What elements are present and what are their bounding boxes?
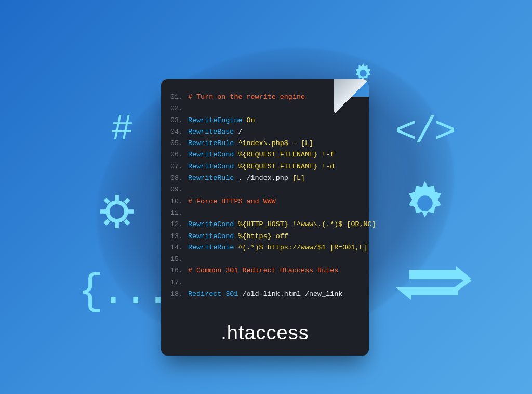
code-line: 15. bbox=[170, 254, 358, 265]
svg-rect-6 bbox=[103, 198, 110, 204]
code-line: 17. bbox=[170, 277, 358, 288]
line-number: 14. bbox=[170, 242, 188, 254]
code-token: %{HTTP_HOST} !^www\.(.*)$ [OR,NC] bbox=[238, 220, 376, 228]
line-number: 01. bbox=[170, 91, 188, 103]
code-line: 08. RewriteRule . /index.php [L] bbox=[170, 173, 358, 184]
code-line: 11. bbox=[170, 207, 358, 219]
code-token: RewriteCond bbox=[188, 220, 238, 228]
code-token: ^(.*)$ https://www/$1 [R=301,L] bbox=[238, 244, 367, 252]
code-line: 09. bbox=[170, 184, 358, 195]
code-token: RewriteRule bbox=[188, 139, 238, 147]
line-number: 13. bbox=[170, 231, 188, 242]
code-line: 07. RewriteCond %{REQUEST_FILENAME} !-d bbox=[170, 161, 358, 173]
code-token: RewriteCond bbox=[188, 151, 238, 159]
line-number: 10. bbox=[170, 196, 188, 207]
svg-rect-5 bbox=[127, 209, 134, 214]
file-title: .htaccess bbox=[161, 322, 369, 344]
code-line: 03. RewriteEngine On bbox=[170, 115, 358, 126]
code-line: 02. bbox=[170, 103, 358, 114]
code-token: ^index\.php$ - [L] bbox=[238, 139, 313, 147]
code-block: 01. # Turn on the rewrite engine02. 03. … bbox=[170, 91, 358, 300]
code-token: RewriteBase bbox=[188, 128, 238, 136]
svg-rect-8 bbox=[103, 219, 110, 226]
svg-rect-12 bbox=[409, 271, 457, 279]
code-token: / bbox=[238, 128, 242, 136]
code-token: On bbox=[247, 116, 255, 124]
code-token: RewriteRule bbox=[188, 174, 238, 182]
code-token: RewriteCond bbox=[188, 232, 238, 240]
code-token: /old-link.html /new_link bbox=[242, 290, 342, 298]
svg-point-10 bbox=[417, 195, 432, 211]
code-token: RewriteEngine bbox=[188, 116, 247, 124]
svg-rect-3 bbox=[115, 222, 119, 228]
double-arrow-icon bbox=[395, 255, 473, 314]
code-line: 18. Redirect 301 /old-link.html /new_lin… bbox=[170, 288, 358, 300]
line-number: 09. bbox=[170, 184, 188, 195]
gear-icon bbox=[100, 195, 134, 230]
svg-rect-9 bbox=[124, 219, 130, 226]
svg-marker-11 bbox=[456, 266, 472, 279]
code-line: 05. RewriteRule ^index\.php$ - [L] bbox=[170, 138, 358, 149]
svg-rect-14 bbox=[410, 287, 458, 295]
line-number: 03. bbox=[170, 115, 188, 126]
line-number: 17. bbox=[170, 277, 188, 288]
code-line: 10. # Force HTTPS and WWW bbox=[170, 196, 358, 207]
line-number: 05. bbox=[170, 138, 188, 149]
code-line: 16. # Common 301 Redirect Htaccess Rules bbox=[170, 265, 358, 277]
svg-point-1 bbox=[108, 202, 126, 221]
line-number: 12. bbox=[170, 219, 188, 230]
code-token: # Common 301 Redirect Htaccess Rules bbox=[188, 267, 338, 274]
code-line: 06. RewriteCond %{REQUEST_FILENAME} !-f bbox=[170, 149, 358, 161]
code-token: # Force HTTPS and WWW bbox=[188, 198, 276, 205]
code-token: [L] bbox=[292, 174, 305, 182]
code-token: %{https} off bbox=[238, 232, 288, 240]
code-token: %{REQUEST_FILENAME} !-d bbox=[238, 163, 334, 170]
code-line: 14. RewriteRule ^(.*)$ https://www/$1 [R… bbox=[170, 242, 358, 254]
code-line: 01. # Turn on the rewrite engine bbox=[170, 91, 358, 103]
code-token: RewriteRule bbox=[188, 244, 238, 252]
htaccess-file-card: 01. # Turn on the rewrite engine02. 03. … bbox=[161, 79, 369, 356]
code-line: 13. RewriteCond %{https} off bbox=[170, 231, 358, 242]
page-fold-corner bbox=[334, 79, 369, 114]
svg-point-0 bbox=[360, 70, 367, 77]
code-brackets-icon: </> bbox=[395, 112, 454, 153]
svg-marker-13 bbox=[396, 287, 411, 300]
code-token: Redirect 301 bbox=[188, 290, 242, 298]
svg-rect-2 bbox=[115, 195, 119, 201]
line-number: 16. bbox=[170, 265, 188, 277]
line-number: 07. bbox=[170, 161, 188, 173]
line-number: 04. bbox=[170, 126, 188, 138]
code-token: # Turn on the rewrite engine bbox=[188, 93, 305, 101]
line-number: 15. bbox=[170, 254, 188, 265]
code-line: 04. RewriteBase / bbox=[170, 126, 358, 138]
code-token: %{REQUEST_FILENAME} !-f bbox=[238, 151, 334, 159]
svg-rect-7 bbox=[124, 198, 130, 204]
line-number: 02. bbox=[170, 103, 188, 114]
gear-icon bbox=[401, 179, 449, 229]
line-number: 06. bbox=[170, 149, 188, 161]
code-line: 12. RewriteCond %{HTTP_HOST} !^www\.(.*)… bbox=[170, 219, 358, 230]
svg-rect-4 bbox=[100, 209, 107, 214]
line-number: 08. bbox=[170, 173, 188, 184]
hash-icon: # bbox=[111, 109, 133, 150]
line-number: 18. bbox=[170, 288, 188, 300]
code-token: . /index.php bbox=[238, 174, 292, 182]
line-number: 11. bbox=[170, 207, 188, 219]
code-token: RewriteCond bbox=[188, 163, 238, 170]
